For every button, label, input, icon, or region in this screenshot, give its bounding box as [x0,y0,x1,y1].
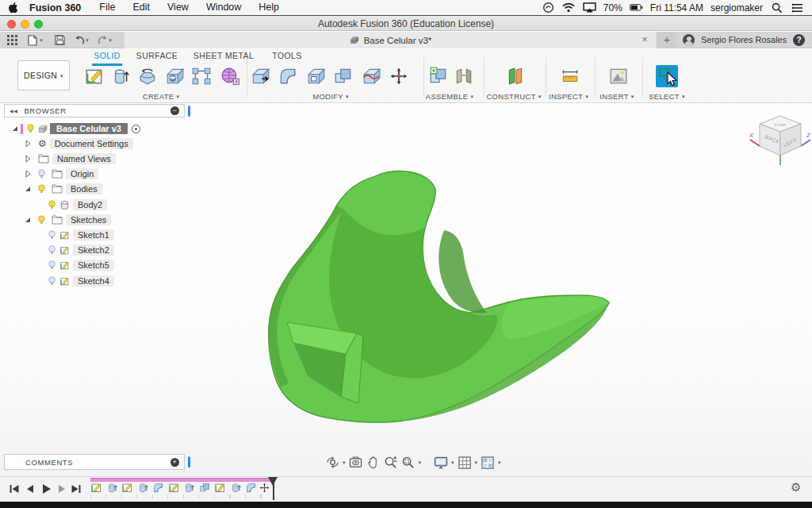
visibility-bulb-on-icon[interactable] [37,215,46,225]
airplay-display-icon[interactable] [583,2,596,13]
browser-row-body2[interactable]: Body2 [48,198,107,211]
extrude-button[interactable] [109,65,132,87]
combine-button[interactable] [332,65,354,87]
avatar[interactable] [683,34,695,46]
fit-view-caret[interactable]: ▾ [419,460,422,465]
browser-item-label[interactable]: Bodies [66,183,102,194]
timeline-play-button[interactable] [40,483,52,495]
browser-row-sketch2[interactable]: Sketch2 [48,244,114,256]
pan-icon[interactable] [366,456,381,469]
browser-item-label[interactable]: Sketch4 [73,275,114,287]
browser-item-label[interactable]: Sketch5 [73,260,114,271]
browser-row-origin[interactable]: Origin [24,167,98,180]
joint-button[interactable] [453,65,475,87]
document-tab[interactable]: Base Celular v3* × [124,32,656,48]
browser-item-label[interactable]: Document Settings [50,138,133,149]
file-menu-caret[interactable]: ▾ [38,33,44,47]
browser-row-sketch4[interactable]: Sketch4 [48,275,114,287]
activate-component-radio[interactable] [132,125,140,133]
zoom-icon[interactable] [384,456,398,469]
measure-button[interactable] [559,65,581,87]
orbit-caret[interactable]: ▾ [343,460,346,465]
apple-menu-icon[interactable] [6,2,20,13]
browser-row-sketch5[interactable]: Sketch5 [48,259,114,271]
visibility-bulb-on-icon[interactable] [26,124,35,134]
comments-panel-plus-icon[interactable]: + [170,458,179,467]
menu-help[interactable]: Help [250,0,288,15]
comments-panel-header[interactable]: COMMENTS + [4,454,185,470]
display-settings-caret[interactable]: ▾ [451,460,454,465]
timeline-feature-sketch[interactable] [168,482,180,494]
preferences-gear-icon[interactable]: ⚙ [791,480,801,495]
split-body-button[interactable] [360,65,382,87]
browser-root-label[interactable]: Base Celular v3 [50,123,128,134]
group-label-insert[interactable]: INSERT▾ [599,92,634,101]
timeline-position-marker-line[interactable] [273,477,274,500]
timeline-feature-sketch[interactable] [90,482,102,494]
new-tab-button[interactable]: + [657,32,676,48]
browser-row-named-views[interactable]: Named Views [24,152,116,165]
group-label-inspect[interactable]: INSPECT▾ [549,92,588,101]
pattern-button[interactable] [190,65,213,87]
hole-button[interactable] [163,65,186,87]
timeline-feature-sketch[interactable] [121,482,133,494]
timeline-go-to-end-button[interactable] [70,483,82,495]
insert-image-button[interactable] [607,65,630,87]
fit-view-icon[interactable] [401,456,416,469]
expander-expanded-icon[interactable] [11,125,19,133]
browser-item-label[interactable]: Sketch2 [73,244,114,256]
browser-row-sketch1[interactable]: Sketch1 [48,229,114,241]
menubar-clock[interactable]: Fri 11:54 AM [650,2,703,13]
collapse-panel-icon[interactable]: ◀◀ [10,108,17,114]
timeline-feature-extrude[interactable] [183,482,195,494]
visibility-bulb-on-icon[interactable] [48,200,56,210]
creative-cloud-icon[interactable] [542,2,555,13]
app-launcher-icon[interactable] [5,33,19,47]
visibility-bulb-on-icon[interactable] [37,184,46,194]
browser-item-label[interactable]: Sketch1 [73,229,114,241]
menubar-username[interactable]: sergiomaker [710,2,763,13]
viewports-caret[interactable]: ▾ [498,460,501,465]
menu-file[interactable]: File [90,0,124,15]
browser-item-label[interactable]: Sketches [66,214,111,225]
document-tab-close-icon[interactable]: × [638,33,651,46]
timeline-feature-combine[interactable] [199,482,211,494]
create-form-button[interactable] [219,65,241,87]
visibility-bulb-off-icon[interactable] [48,276,56,287]
construct-plane-button[interactable] [504,65,527,87]
browser-row-document-settings[interactable]: ⚙ Document Settings [24,137,133,150]
menu-view[interactable]: View [159,0,197,15]
timeline-feature-extrude[interactable] [230,482,242,494]
menu-window[interactable]: Window [197,0,250,15]
browser-panel-minus-icon[interactable]: − [170,106,179,115]
wifi-icon[interactable] [562,2,576,13]
new-component-button[interactable] [427,65,450,87]
workspace-selector[interactable]: DESIGN ▾ [17,60,70,90]
select-button[interactable] [656,65,678,87]
viewcube[interactable]: TOP BACK LEFT X Z [749,108,812,170]
expander-expanded-icon[interactable] [24,216,32,224]
menubar-app-name[interactable]: Fusion 360 [20,2,90,13]
browser-row-sketches[interactable]: Sketches [24,214,111,226]
move-copy-button[interactable] [388,65,410,87]
browser-item-label[interactable]: Named Views [52,153,116,164]
expander-expanded-icon[interactable] [24,185,32,193]
tab-surface[interactable]: SURFACE [135,49,179,64]
browser-root-row[interactable]: Base Celular v3 [11,122,140,135]
redo-caret[interactable]: ▾ [107,33,113,47]
spotlight-search-icon[interactable] [770,2,783,13]
grid-snap-icon[interactable] [458,456,472,469]
timeline-step-back-button[interactable] [24,483,36,495]
comments-scrollbar[interactable] [188,456,190,468]
look-at-icon[interactable] [349,456,363,469]
group-label-modify[interactable]: MODIFY▾ [312,92,349,101]
save-button[interactable] [52,33,67,47]
tab-tools[interactable]: TOOLS [270,49,303,64]
timeline-feature-sketch[interactable] [214,482,226,494]
press-pull-button[interactable] [249,65,271,87]
timeline-feature-fillet[interactable] [245,482,257,494]
orbit-icon[interactable] [325,456,339,469]
grid-snap-caret[interactable]: ▾ [475,460,478,465]
browser-row-bodies[interactable]: Bodies [24,183,102,195]
account-name[interactable]: Sergio Flores Rosales [701,35,787,44]
